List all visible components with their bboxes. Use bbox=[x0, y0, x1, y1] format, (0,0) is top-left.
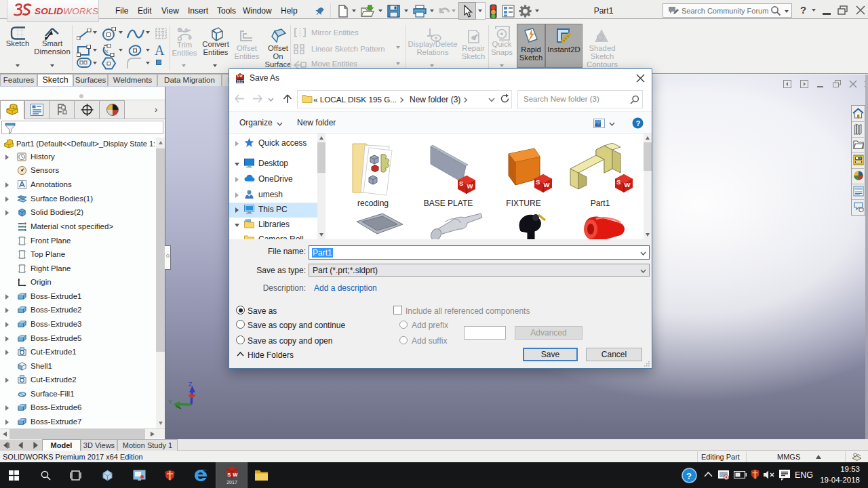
svg-text:S: S bbox=[459, 180, 463, 187]
svg-text:2017: 2017 bbox=[237, 80, 244, 83]
svg-text:S: S bbox=[536, 178, 540, 186]
svg-text:?: ? bbox=[686, 471, 692, 481]
svg-text:W: W bbox=[544, 181, 550, 188]
svg-text:W: W bbox=[625, 181, 631, 188]
svg-text:W: W bbox=[467, 182, 473, 190]
svg-text:Y: Y bbox=[168, 399, 172, 405]
svg-text:S: S bbox=[616, 178, 620, 186]
svg-text:W: W bbox=[233, 472, 238, 478]
svg-text:S W: S W bbox=[237, 75, 243, 78]
svg-text:S: S bbox=[227, 472, 231, 478]
svg-text:?: ? bbox=[636, 119, 641, 127]
